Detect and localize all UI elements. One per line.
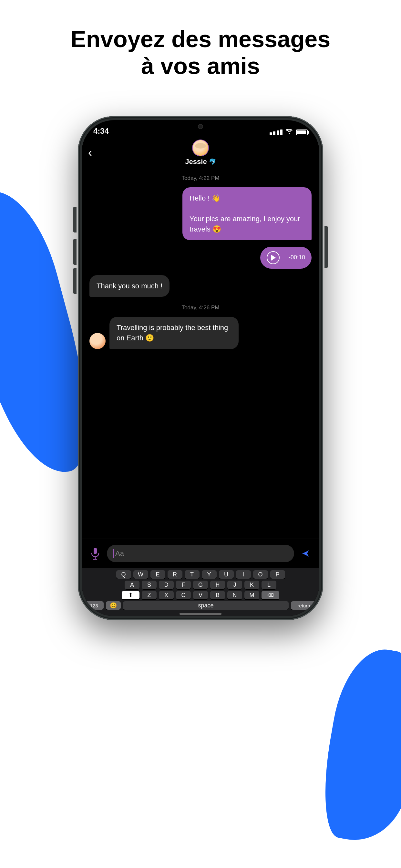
contact-name: Jessie <box>185 158 207 166</box>
keyboard-row-4: 123 😊 space return <box>84 601 317 610</box>
home-bar <box>180 613 221 615</box>
page-title: Envoyez des messages à vos amis <box>0 26 401 80</box>
message-incoming-1: Thank you so much ! <box>89 275 312 297</box>
key-return[interactable]: return <box>291 601 317 610</box>
text-cursor <box>113 549 114 558</box>
key-d[interactable]: D <box>159 581 174 589</box>
globe-icon[interactable]: 🌐 <box>91 613 100 616</box>
key-n[interactable]: N <box>227 591 242 599</box>
key-e[interactable]: E <box>150 570 165 579</box>
key-m[interactable]: M <box>244 591 259 599</box>
key-b[interactable]: B <box>210 591 225 599</box>
key-o[interactable]: O <box>253 570 268 579</box>
phone-frame: 4:34 <box>78 116 323 620</box>
timestamp-2: Today, 4:26 PM <box>89 305 312 311</box>
key-v[interactable]: V <box>193 591 208 599</box>
input-bar: Aa <box>82 538 319 568</box>
key-q[interactable]: Q <box>116 570 131 579</box>
status-time: 4:34 <box>93 127 109 135</box>
play-icon <box>271 255 276 260</box>
battery-icon <box>296 129 308 135</box>
key-123[interactable]: 123 <box>84 601 104 610</box>
mic-bottom-icon[interactable]: 🎤 <box>302 613 310 616</box>
key-a[interactable]: A <box>125 581 140 589</box>
key-t[interactable]: T <box>185 570 199 579</box>
key-z[interactable]: Z <box>142 591 157 599</box>
bubble-text-incoming-2: Travelling is probably the best thing on… <box>117 322 232 343</box>
back-button[interactable]: ‹ <box>88 146 92 159</box>
key-shift[interactable]: ⬆ <box>122 591 140 599</box>
status-icons <box>270 129 308 135</box>
wifi-icon <box>286 129 293 135</box>
key-x[interactable]: X <box>159 591 174 599</box>
contact-emoji: 🐬 <box>209 158 216 165</box>
key-h[interactable]: H <box>210 581 225 589</box>
send-button[interactable] <box>299 547 313 561</box>
message-audio-outgoing: -00:10 <box>89 247 312 269</box>
key-s[interactable]: S <box>142 581 157 589</box>
key-y[interactable]: Y <box>202 570 217 579</box>
splash-decoration-right <box>314 643 401 848</box>
bubble-incoming-1: Thank you so much ! <box>89 275 169 297</box>
avatar <box>192 140 209 156</box>
bubble-text-incoming-1: Thank you so much ! <box>96 281 162 291</box>
key-l[interactable]: L <box>261 581 276 589</box>
key-g[interactable]: G <box>193 581 208 589</box>
camera-dot <box>198 124 203 129</box>
keyboard-row-1: Q W E R T Y U I O P <box>84 570 317 579</box>
svg-rect-0 <box>94 548 97 554</box>
key-j[interactable]: J <box>227 581 242 589</box>
bubble-audio: -00:10 <box>260 247 312 269</box>
key-space[interactable]: space <box>123 601 289 610</box>
key-p[interactable]: P <box>270 570 285 579</box>
timestamp-1: Today, 4:22 PM <box>89 175 312 182</box>
text-input[interactable]: Aa <box>107 545 294 562</box>
key-u[interactable]: U <box>219 570 234 579</box>
chat-header: ‹ Jessie 🐬 <box>82 138 319 167</box>
keyboard-bottom-row: 🌐 🎤 <box>84 612 317 616</box>
message-outgoing-1: Hello ! 👋Your pics are amazing, I enjoy … <box>89 187 312 240</box>
keyboard-row-2: A S D F G H J K L <box>84 581 317 589</box>
signal-icon <box>270 129 282 135</box>
keyboard-row-3: ⬆ Z X C V B N M ⌫ <box>84 591 317 599</box>
phone-notch <box>168 120 233 133</box>
key-k[interactable]: K <box>244 581 259 589</box>
avatar-incoming <box>89 333 105 349</box>
audio-duration: -00:10 <box>289 254 305 261</box>
keyboard: Q W E R T Y U I O P A S D F G <box>82 568 319 616</box>
bubble-outgoing-1: Hello ! 👋Your pics are amazing, I enjoy … <box>182 187 312 240</box>
key-emoji[interactable]: 😊 <box>106 601 121 610</box>
key-r[interactable]: R <box>167 570 182 579</box>
key-i[interactable]: I <box>236 570 251 579</box>
key-f[interactable]: F <box>176 581 191 589</box>
contact-info: Jessie 🐬 <box>185 140 216 166</box>
key-c[interactable]: C <box>176 591 191 599</box>
message-incoming-2: Travelling is probably the best thing on… <box>89 317 312 349</box>
avatar-face <box>193 140 208 156</box>
messages-area: Today, 4:22 PM Hello ! 👋Your pics are am… <box>82 167 319 568</box>
key-w[interactable]: W <box>133 570 148 579</box>
mic-button[interactable] <box>88 547 102 561</box>
input-placeholder: Aa <box>115 549 124 558</box>
bubble-text-1: Hello ! 👋Your pics are amazing, I enjoy … <box>189 193 305 235</box>
contact-name-row: Jessie 🐬 <box>185 158 216 166</box>
key-delete[interactable]: ⌫ <box>261 591 279 599</box>
phone-mockup: 4:34 <box>78 116 323 620</box>
bubble-incoming-2: Travelling is probably the best thing on… <box>110 317 239 349</box>
phone-screen: 4:34 <box>82 120 319 616</box>
play-button[interactable] <box>267 251 280 264</box>
